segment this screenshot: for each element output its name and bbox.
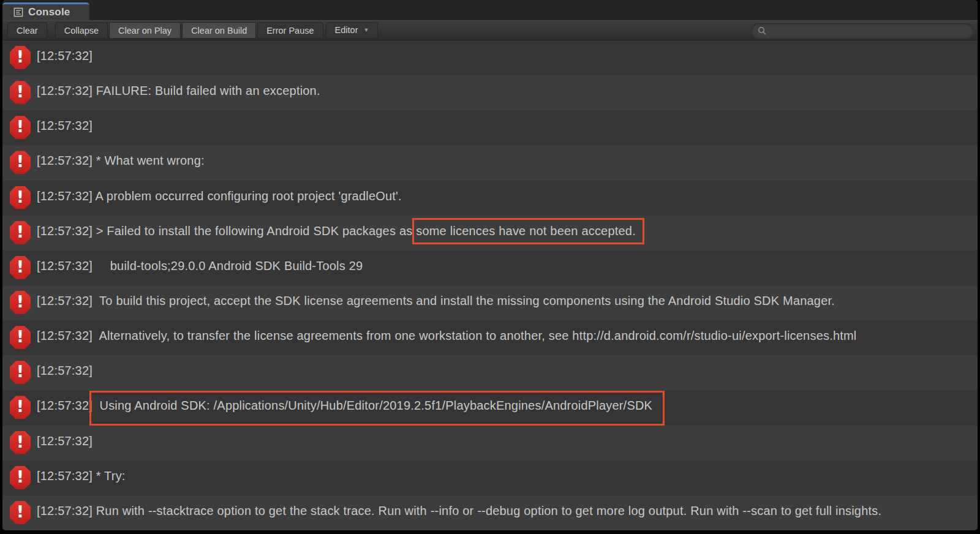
clear-on-play-button[interactable]: Clear on Play <box>109 22 181 39</box>
log-timestamp: [12:57:32] <box>37 189 92 203</box>
log-entry[interactable]: [12:57:32] FAILURE: Build failed with an… <box>2 75 978 110</box>
log-message: [12:57:32] build-tools;29.0.0 Android SD… <box>37 258 363 273</box>
log-entry[interactable]: [12:57:32] Using Android SDK: /Applicati… <box>2 390 978 425</box>
error-icon <box>10 116 31 139</box>
search-field[interactable] <box>752 23 973 38</box>
console-window: Console Clear Collapse Clear on Play Cle… <box>2 0 978 530</box>
error-pause-button[interactable]: Error Pause <box>257 22 323 39</box>
log-entry[interactable]: [12:57:32] Alternatively, to transfer th… <box>2 320 978 355</box>
log-message: [12:57:32] * Try: <box>37 468 126 483</box>
error-icon <box>10 81 31 104</box>
log-timestamp: [12:57:32] <box>37 259 92 273</box>
log-text: A problem occurred configuring root proj… <box>92 189 402 203</box>
log-timestamp: [12:57:32] <box>37 84 92 97</box>
error-icon <box>10 186 31 209</box>
error-icon <box>10 466 31 489</box>
log-entry[interactable]: [12:57:32] <box>2 355 978 390</box>
error-icon <box>10 46 31 69</box>
log-entry[interactable]: [12:57:32] <box>2 110 978 145</box>
error-icon <box>10 396 31 419</box>
log-message: [12:57:32] <box>37 48 92 63</box>
log-timestamp: [12:57:32] <box>37 294 92 307</box>
tab-title: Console <box>28 6 70 18</box>
log-message: [12:57:32] > Failed to install the follo… <box>37 224 636 238</box>
log-text: Run with --stacktrace option to get the … <box>92 504 881 517</box>
log-timestamp: [12:57:32] <box>37 364 92 377</box>
log-entry[interactable]: [12:57:32] Run with --stacktrace option … <box>2 495 978 530</box>
log-message: [12:57:32] <box>37 118 92 133</box>
log-message: [12:57:32] Using Android SDK: /Applicati… <box>37 398 652 413</box>
tab-bar: Console <box>2 0 978 20</box>
annotation-highlight-box: Using Android SDK: /Applications/Unity/H… <box>99 399 652 412</box>
log-timestamp: [12:57:32] <box>37 49 92 62</box>
log-timestamp: [12:57:32] <box>37 329 92 342</box>
log-message: [12:57:32] <box>37 434 92 448</box>
log-text: FAILURE: Build failed with an exception. <box>92 84 320 97</box>
log-entry[interactable]: [12:57:32] <box>2 40 978 75</box>
console-toolbar: Clear Collapse Clear on Play Clear on Bu… <box>2 20 978 40</box>
log-timestamp: [12:57:32] <box>37 504 92 517</box>
console-icon <box>13 7 23 17</box>
log-entry[interactable]: [12:57:32] To build this project, accept… <box>2 285 978 320</box>
log-message: [12:57:32] To build this project, accept… <box>37 293 835 308</box>
log-message: [12:57:32] <box>37 363 92 378</box>
log-text: build-tools;29.0.0 Android SDK Build-Too… <box>92 259 363 273</box>
log-entry[interactable]: [12:57:32] build-tools;29.0.0 Android SD… <box>2 250 978 285</box>
editor-dropdown-label: Editor <box>335 22 358 39</box>
log-message: [12:57:32] Alternatively, to transfer th… <box>37 328 857 343</box>
error-icon <box>10 326 31 349</box>
error-icon <box>10 501 31 524</box>
log-text: * What went wrong: <box>92 154 205 167</box>
error-icon <box>10 151 31 174</box>
editor-dropdown[interactable]: Editor ▼ <box>326 22 379 39</box>
log-entry[interactable]: [12:57:32] * What went wrong: <box>2 145 978 180</box>
log-text: To build this project, accept the SDK li… <box>92 294 835 307</box>
error-icon <box>10 221 31 244</box>
log-timestamp: [12:57:32] <box>37 434 92 448</box>
log-message: [12:57:32] Run with --stacktrace option … <box>37 503 881 518</box>
search-input[interactable] <box>770 23 966 38</box>
annotation-highlight-box: some licences have not been accepted. <box>416 224 636 238</box>
log-timestamp: [12:57:32] <box>37 399 92 412</box>
clear-button[interactable]: Clear <box>7 22 47 39</box>
log-message: [12:57:32] FAILURE: Build failed with an… <box>37 83 320 98</box>
log-timestamp: [12:57:32] <box>37 154 92 167</box>
chevron-down-icon: ▼ <box>363 22 369 39</box>
log-text: Alternatively, to transfer the license a… <box>92 329 857 342</box>
clear-on-build-button[interactable]: Clear on Build <box>182 22 256 39</box>
log-entry[interactable]: [12:57:32] > Failed to install the follo… <box>2 216 978 250</box>
error-icon <box>10 431 31 454</box>
log-message: [12:57:32] * What went wrong: <box>37 153 205 168</box>
log-text: * Try: <box>92 469 126 483</box>
log-entry[interactable]: [12:57:32] A problem occurred configurin… <box>2 181 978 216</box>
log-message: [12:57:32] A problem occurred configurin… <box>37 189 402 203</box>
log-entry[interactable]: [12:57:32] * Try: <box>2 461 978 495</box>
console-log: [12:57:32] [12:57:32] FAILURE: Build fai… <box>2 40 978 530</box>
log-timestamp: [12:57:32] <box>37 119 92 132</box>
log-text <box>92 399 100 412</box>
collapse-button[interactable]: Collapse <box>55 22 108 39</box>
error-icon <box>10 291 31 314</box>
log-entry[interactable]: [12:57:32] <box>2 426 978 461</box>
tab-console[interactable]: Console <box>2 2 89 20</box>
log-timestamp: [12:57:32] <box>37 224 92 238</box>
error-icon <box>10 361 31 384</box>
error-icon <box>10 256 31 279</box>
log-timestamp: [12:57:32] <box>37 469 92 483</box>
log-text: > Failed to install the following Androi… <box>92 224 416 238</box>
